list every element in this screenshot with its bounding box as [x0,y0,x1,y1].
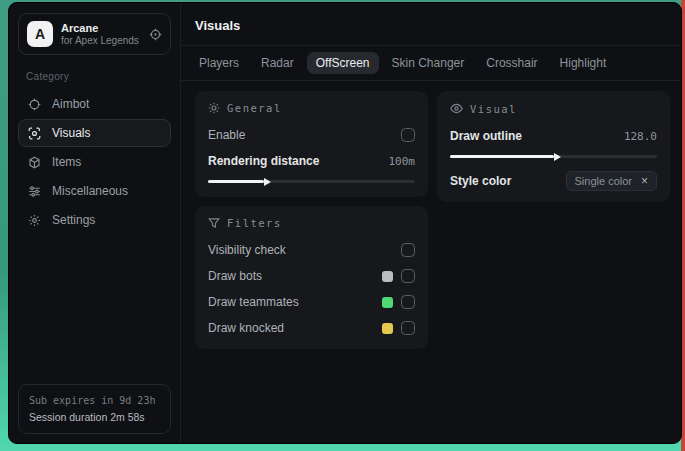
sidebar-item-label: Miscellaneous [52,184,128,198]
draw-outline-value: 128.0 [624,130,657,143]
slider-thumb[interactable] [264,178,271,186]
session-duration-text: Session duration 2m 58s [29,409,160,425]
enable-label: Enable [208,128,245,142]
tab-offscreen[interactable]: OffScreen [307,52,379,74]
clear-icon[interactable]: × [641,175,648,187]
style-color-label: Style color [450,174,511,188]
category-label: Category [26,71,171,82]
style-color-value: Single color [575,175,632,187]
target-icon[interactable] [149,28,162,41]
filters-panel-title: Filters [227,217,282,229]
funnel-icon [208,217,220,229]
filter-row-visibility-check: Visibility check [208,240,415,260]
sidebar-item-settings[interactable]: Settings [18,206,171,234]
draw-bots-color-swatch[interactable] [382,271,393,282]
page-header: Visuals [181,3,682,46]
sub-expires-text: Sub expires in 9d 23h [29,393,160,409]
tab-bar: Players Radar OffScreen Skin Changer Cro… [181,46,682,81]
draw-bots-checkbox[interactable] [401,269,415,283]
sidebar-item-items[interactable]: Items [18,148,171,176]
style-color-select[interactable]: Single color × [566,171,658,191]
crosshair-icon [28,98,41,111]
rendering-distance-slider[interactable] [208,180,415,183]
tab-radar[interactable]: Radar [252,52,303,74]
sidebar-item-visuals[interactable]: Visuals [18,119,171,147]
filters-panel: Filters Visibility check Draw bots [195,206,428,349]
eye-icon [450,102,463,115]
draw-knocked-checkbox[interactable] [401,321,415,335]
visibility-check-checkbox[interactable] [401,243,415,257]
tab-players[interactable]: Players [190,52,248,74]
sidebar-item-label: Items [52,155,81,169]
filter-row-draw-knocked: Draw knocked [208,318,415,338]
rendering-distance-value: 100m [389,155,416,168]
sidebar-item-aimbot[interactable]: Aimbot [18,90,171,118]
filter-row-draw-bots: Draw bots [208,266,415,286]
app-subtitle: for Apex Legends [61,35,141,47]
page-title: Visuals [195,18,670,33]
draw-outline-slider[interactable] [450,155,657,158]
sidebar-item-miscellaneous[interactable]: Miscellaneous [18,177,171,205]
enable-checkbox[interactable] [401,128,415,142]
visual-panel: Visual Draw outline 128.0 Style color [437,91,670,202]
draw-teammates-color-swatch[interactable] [382,297,393,308]
sliders-icon [28,185,41,198]
rendering-distance-label: Rendering distance [208,154,319,168]
slider-thumb[interactable] [554,153,561,161]
tab-highlight[interactable]: Highlight [551,52,616,74]
draw-outline-label: Draw outline [450,129,522,143]
app-logo: A [27,21,53,47]
general-panel-title: General [227,102,282,114]
general-panel: General Enable Rendering distance 100m [195,91,428,197]
visual-panel-title: Visual [470,103,517,115]
tab-crosshair[interactable]: Crosshair [477,52,546,74]
app-logo-card: A Arcane for Apex Legends [18,13,171,55]
draw-knocked-color-swatch[interactable] [382,323,393,334]
filter-row-draw-teammates: Draw teammates [208,292,415,312]
sidebar-item-label: Settings [52,213,95,227]
main-content: Visuals Players Radar OffScreen Skin Cha… [181,3,682,443]
app-name: Arcane [61,22,141,35]
draw-teammates-checkbox[interactable] [401,295,415,309]
gear-icon [28,214,41,227]
sidebar-item-label: Aimbot [52,97,89,111]
tab-skin-changer[interactable]: Skin Changer [383,52,474,74]
subscription-info-card: Sub expires in 9d 23h Session duration 2… [18,384,171,434]
content-area: General Enable Rendering distance 100m [181,81,682,443]
arcane-menu-window: A Arcane for Apex Legends Category Aimbo… [8,2,682,444]
gear-sun-icon [208,102,220,114]
sidebar: A Arcane for Apex Legends Category Aimbo… [9,3,181,443]
eye-scan-icon [28,127,41,140]
cube-icon [28,156,41,169]
sidebar-item-label: Visuals [52,126,90,140]
